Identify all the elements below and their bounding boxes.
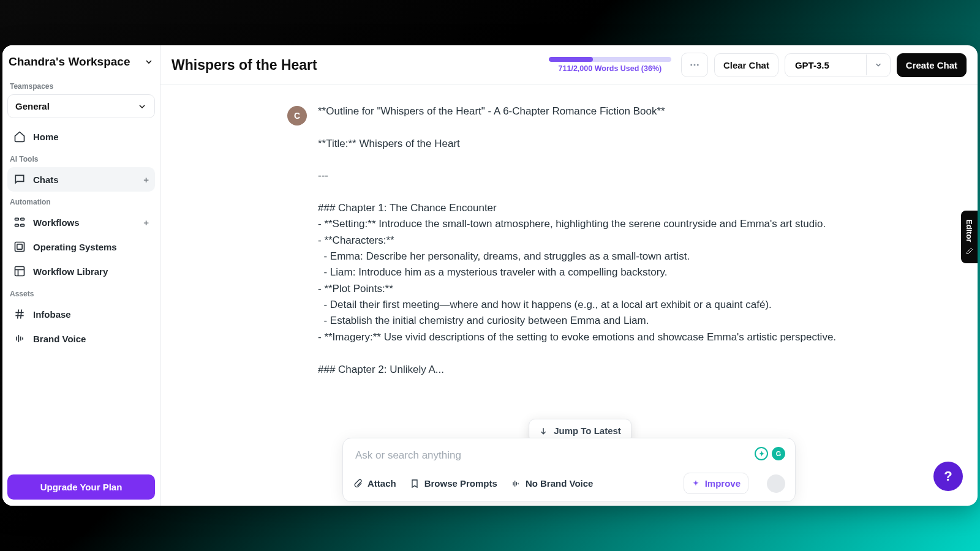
- pencil-icon: [966, 247, 973, 255]
- voice-icon: [511, 479, 521, 489]
- svg-point-19: [697, 64, 699, 66]
- nav-workflows[interactable]: Workflows +: [7, 210, 155, 234]
- workspace-switcher[interactable]: Chandra's Workspace: [7, 54, 155, 76]
- message-content: **Outline for "Whispers of the Heart" - …: [318, 103, 836, 378]
- nav-infobase[interactable]: Infobase: [7, 302, 155, 326]
- svg-rect-4: [15, 242, 24, 252]
- attach-label: Attach: [368, 478, 396, 489]
- nav-label: Operating Systems: [33, 242, 117, 252]
- teamspace-selector[interactable]: General: [7, 94, 155, 118]
- app-frame: Chandra's Workspace Teamspaces General H…: [2, 45, 978, 506]
- usage-meter: 711/2,000 Words Used (36%): [549, 57, 671, 73]
- more-button[interactable]: [681, 53, 708, 77]
- model-selector[interactable]: GPT-3.5: [785, 53, 891, 77]
- nav-label: Home: [33, 132, 59, 142]
- editor-tab[interactable]: Editor: [961, 211, 978, 263]
- brand-voice-selector[interactable]: No Brand Voice: [511, 478, 594, 489]
- document-title[interactable]: Whispers of the Heart: [172, 57, 543, 73]
- nav-brand-voice[interactable]: Brand Voice: [7, 326, 155, 351]
- nav-label: Workflows: [33, 217, 80, 228]
- jump-label: Jump To Latest: [554, 425, 621, 436]
- svg-rect-0: [15, 218, 19, 220]
- composer-badges: ✦ G: [755, 447, 785, 460]
- svg-rect-2: [15, 224, 19, 226]
- chat-message: C **Outline for "Whispers of the Heart" …: [287, 103, 851, 378]
- nav-operating-systems[interactable]: Operating Systems: [7, 234, 155, 259]
- improve-label: Improve: [705, 478, 741, 489]
- dots-icon: [689, 59, 700, 70]
- model-dropdown[interactable]: [866, 54, 890, 75]
- topbar: Whispers of the Heart 711/2,000 Words Us…: [160, 45, 978, 85]
- svg-point-17: [690, 64, 692, 66]
- browse-label: Browse Prompts: [424, 478, 497, 489]
- chevron-down-icon: [874, 61, 883, 69]
- composer: ✦ G Attach Browse Prompts No Brand Voice: [342, 438, 796, 502]
- chevron-down-icon: [144, 57, 154, 67]
- usage-bar: [549, 57, 671, 62]
- model-name: GPT-3.5: [785, 54, 866, 77]
- browse-prompts-button[interactable]: Browse Prompts: [410, 478, 497, 489]
- workflows-icon: [13, 216, 26, 228]
- upgrade-button[interactable]: Upgrade Your Plan: [7, 474, 155, 500]
- svg-rect-5: [17, 244, 22, 249]
- nav-label: Infobase: [33, 309, 71, 320]
- svg-rect-1: [21, 218, 24, 220]
- usage-fill: [549, 57, 593, 62]
- clear-chat-button[interactable]: Clear Chat: [714, 53, 778, 77]
- arrow-down-icon: [539, 427, 548, 435]
- paperclip-icon: [353, 479, 363, 489]
- nav-home[interactable]: Home: [7, 124, 155, 149]
- hash-icon: [13, 308, 26, 320]
- nav-label: Workflow Library: [33, 266, 108, 277]
- brand-voice-label: No Brand Voice: [526, 478, 594, 489]
- nav-label: Brand Voice: [33, 334, 86, 344]
- main-panel: Whispers of the Heart 711/2,000 Words Us…: [160, 45, 978, 506]
- workspace-name: Chandra's Workspace: [9, 55, 130, 69]
- shield-badge-icon[interactable]: ✦: [755, 447, 768, 460]
- svg-line-11: [18, 310, 19, 319]
- editor-label: Editor: [965, 219, 974, 242]
- home-icon: [13, 130, 26, 143]
- teamspace-name: General: [15, 101, 50, 111]
- nav-label: Chats: [33, 174, 59, 185]
- os-icon: [13, 241, 26, 253]
- section-assets: Assets: [7, 286, 155, 302]
- help-button[interactable]: ?: [933, 462, 963, 491]
- user-avatar: C: [287, 106, 307, 126]
- chat-icon: [13, 173, 26, 186]
- improve-button[interactable]: Improve: [684, 473, 748, 494]
- sidebar: Chandra's Workspace Teamspaces General H…: [2, 45, 160, 506]
- bookmark-icon: [410, 479, 420, 489]
- plus-icon[interactable]: +: [143, 217, 149, 228]
- svg-rect-6: [15, 267, 24, 276]
- composer-toolbar: Attach Browse Prompts No Brand Voice Imp…: [353, 468, 785, 494]
- svg-point-18: [693, 64, 695, 66]
- composer-input[interactable]: [353, 447, 785, 468]
- usage-text: 711/2,000 Words Used (36%): [559, 64, 662, 73]
- plus-icon[interactable]: +: [143, 174, 149, 185]
- nav-chats[interactable]: Chats +: [7, 167, 155, 192]
- send-button[interactable]: [767, 474, 785, 493]
- svg-rect-3: [21, 224, 24, 226]
- attach-button[interactable]: Attach: [353, 478, 396, 489]
- create-chat-button[interactable]: Create Chat: [897, 53, 967, 77]
- voice-icon: [13, 332, 26, 345]
- nav-workflow-library[interactable]: Workflow Library: [7, 259, 155, 283]
- svg-line-12: [21, 310, 22, 319]
- chevron-down-icon: [137, 102, 147, 111]
- grammarly-icon[interactable]: G: [772, 447, 785, 460]
- section-automation: Automation: [7, 194, 155, 210]
- sparkle-icon: [692, 479, 700, 488]
- library-icon: [13, 265, 26, 277]
- section-ai-tools: AI Tools: [7, 151, 155, 167]
- section-teamspaces: Teamspaces: [7, 78, 155, 94]
